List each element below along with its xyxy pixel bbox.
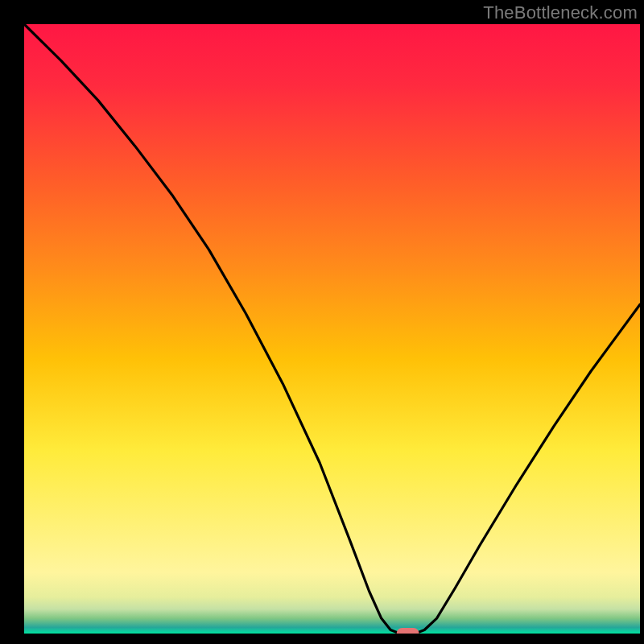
bottleneck-chart	[0, 0, 644, 644]
optimal-marker	[397, 628, 419, 639]
watermark-text: TheBottleneck.com	[483, 2, 638, 23]
chart-container: TheBottleneck.com	[0, 0, 644, 644]
gradient-background	[24, 24, 640, 634]
